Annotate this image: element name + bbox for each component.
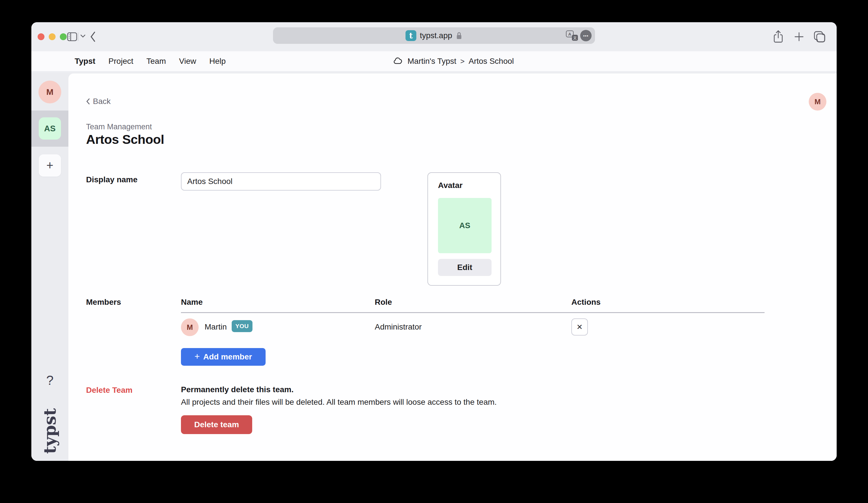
- column-header-actions: Actions: [571, 298, 601, 307]
- url-center: t typst.app: [405, 30, 463, 41]
- url-bar-right: A 文 •••: [566, 27, 592, 44]
- url-text: typst.app: [420, 31, 452, 40]
- chevron-down-icon[interactable]: [80, 34, 85, 38]
- typst-logo-text: typst: [40, 408, 60, 454]
- translate-zh-glyph: 文: [572, 35, 578, 41]
- you-badge: YOU: [232, 320, 252, 332]
- members-label: Members: [86, 298, 121, 307]
- breadcrumb: Martin's Typst > Artos School: [393, 51, 514, 71]
- add-member-button[interactable]: + Add member: [181, 348, 266, 366]
- member-role: Administrator: [375, 322, 422, 332]
- delete-team-label: Delete Team: [86, 386, 133, 395]
- zoom-window-button[interactable]: [60, 33, 67, 40]
- back-link[interactable]: Back: [86, 97, 111, 106]
- page-title: Artos School: [86, 132, 164, 147]
- edit-avatar-button[interactable]: Edit: [438, 259, 492, 276]
- sidebar-toggle-icon[interactable]: [67, 32, 78, 42]
- back-link-label: Back: [93, 97, 111, 106]
- translate-icon[interactable]: A 文: [566, 30, 578, 41]
- menu-team[interactable]: Team: [146, 57, 166, 66]
- browser-toolbar: t typst.app A 文 •••: [31, 22, 837, 51]
- member-avatar: M: [181, 318, 199, 336]
- window-controls: [38, 33, 67, 40]
- menu-help[interactable]: Help: [209, 57, 226, 66]
- page-more-icon[interactable]: •••: [580, 30, 592, 41]
- browser-window: t typst.app A 文 •••: [31, 22, 837, 461]
- column-header-name: Name: [181, 298, 203, 307]
- help-button[interactable]: ?: [31, 373, 69, 388]
- typst-logo: typst: [31, 405, 69, 457]
- plus-icon: +: [195, 351, 200, 362]
- breadcrumb-current[interactable]: Artos School: [469, 57, 514, 66]
- close-window-button[interactable]: [38, 33, 44, 40]
- sidebar-add-team-button[interactable]: +: [39, 154, 61, 177]
- table-header-divider: [181, 312, 765, 313]
- member-name: Martin: [205, 322, 227, 332]
- delete-team-heading: Permanently delete this team.: [181, 385, 293, 394]
- user-avatar[interactable]: M: [809, 93, 826, 111]
- app-menus: Typst Project Team View Help: [75, 51, 226, 71]
- tab-overview-icon[interactable]: [813, 31, 826, 43]
- delete-team-description: All projects and their files will be del…: [181, 398, 497, 407]
- team-avatar-preview: AS: [438, 198, 492, 253]
- main-panel: Back M Team Management Artos School Disp…: [69, 73, 837, 461]
- menu-view[interactable]: View: [179, 57, 196, 66]
- new-tab-icon[interactable]: [794, 32, 804, 42]
- site-favicon: t: [405, 30, 416, 41]
- minimize-window-button[interactable]: [49, 33, 55, 40]
- display-name-label: Display name: [86, 175, 138, 184]
- toolbar-divider: [78, 32, 79, 41]
- avatar-card: Avatar AS Edit: [427, 172, 501, 286]
- breadcrumb-root[interactable]: Martin's Typst: [407, 57, 456, 66]
- add-member-label: Add member: [203, 352, 252, 361]
- app-nav-bar: Typst Project Team View Help Martin's Ty…: [31, 51, 837, 73]
- remove-member-button[interactable]: ✕: [571, 318, 588, 336]
- cloud-icon: [393, 57, 403, 65]
- breadcrumb-separator: >: [460, 57, 465, 66]
- browser-back-icon[interactable]: [90, 31, 96, 43]
- delete-team-button[interactable]: Delete team: [181, 415, 252, 434]
- column-header-role: Role: [375, 298, 392, 307]
- lock-icon: [456, 31, 463, 40]
- app-body: M AS + ? typst Back M Team Management Ar…: [31, 73, 837, 461]
- avatar-card-title: Avatar: [438, 181, 463, 190]
- close-icon: ✕: [577, 323, 583, 332]
- menu-typst[interactable]: Typst: [75, 57, 95, 66]
- sidebar-team-avatar[interactable]: AS: [39, 117, 61, 139]
- display-name-input[interactable]: [181, 172, 381, 190]
- menu-project[interactable]: Project: [108, 57, 133, 66]
- sidebar-user-avatar[interactable]: M: [39, 81, 61, 103]
- workspace-sidebar: M AS + ? typst: [31, 73, 69, 461]
- url-bar[interactable]: t typst.app A 文 •••: [273, 27, 595, 44]
- share-icon[interactable]: [773, 30, 784, 44]
- section-eyebrow: Team Management: [86, 123, 152, 131]
